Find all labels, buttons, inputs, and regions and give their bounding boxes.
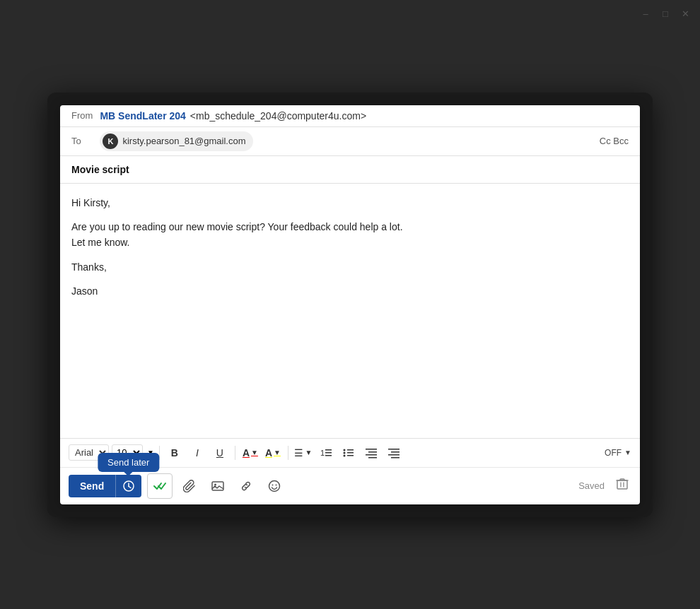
svg-rect-14 (388, 449, 399, 450)
unordered-list-button[interactable] (339, 443, 358, 463)
svg-rect-12 (366, 454, 377, 456)
increase-indent-button[interactable] (384, 443, 404, 463)
link-button[interactable] (235, 475, 257, 497)
off-toggle[interactable]: OFF ▼ (605, 448, 631, 458)
send-later-button[interactable] (115, 475, 141, 497)
email-body[interactable]: Hi Kirsty, Are you up to reading our new… (60, 184, 640, 438)
svg-rect-3 (325, 455, 332, 456)
font-color-button[interactable]: A▼ (240, 443, 260, 463)
svg-point-22 (214, 483, 216, 485)
sep1 (159, 446, 160, 460)
svg-point-6 (343, 454, 345, 456)
svg-rect-11 (368, 451, 377, 453)
highlight-color-button[interactable]: A▼ (263, 443, 283, 463)
body-para2: Thanks, (71, 259, 629, 275)
greeting: Hi Kirsty, (71, 195, 629, 211)
svg-rect-7 (347, 449, 354, 451)
body-para1: Are you up to reading our new movie scri… (71, 219, 629, 251)
svg-rect-16 (388, 454, 399, 456)
recipient-chip[interactable]: K kirsty.pearson_81@gmail.com (100, 131, 252, 151)
send-later-wrapper: Send later (115, 475, 141, 497)
svg-rect-10 (366, 449, 377, 450)
decrease-indent-button[interactable] (361, 443, 381, 463)
font-family-selector[interactable]: Arial (69, 444, 109, 461)
svg-rect-1 (325, 449, 332, 451)
svg-line-20 (129, 486, 131, 487)
action-row: Send Send later (60, 467, 640, 504)
send-button[interactable]: Send (69, 475, 115, 497)
svg-rect-21 (212, 482, 223, 490)
ordered-list-button[interactable]: 1. (316, 443, 336, 463)
svg-rect-8 (347, 452, 354, 454)
cc-bcc-button[interactable]: Cc Bcc (600, 136, 629, 146)
delete-button[interactable] (613, 475, 631, 497)
font-size-arrow: ▼ (147, 449, 154, 456)
italic-button[interactable]: I (187, 443, 207, 463)
svg-rect-2 (325, 452, 332, 454)
svg-point-4 (343, 449, 345, 451)
to-row: To K kirsty.pearson_81@gmail.com Cc Bcc (60, 127, 640, 156)
svg-point-5 (343, 451, 345, 454)
compose-window: From MB SendLater 204 <mb_schedule_204@c… (60, 105, 640, 504)
off-arrow: ▼ (624, 449, 631, 456)
sep3 (288, 446, 288, 460)
underline-button[interactable]: U (210, 443, 230, 463)
window-shadow: From MB SendLater 204 <mb_schedule_204@c… (47, 93, 653, 517)
sep2 (235, 446, 235, 460)
saved-status: Saved (578, 480, 605, 491)
align-button[interactable]: ☰▼ (293, 443, 313, 463)
body-para3: Jason (71, 283, 629, 299)
svg-rect-9 (347, 455, 354, 456)
check-button[interactable] (147, 473, 173, 499)
from-email: <mb_schedule_204@computer4u.com> (190, 110, 366, 122)
recipient-email: kirsty.pearson_81@gmail.com (122, 136, 245, 146)
to-label: To (71, 136, 97, 146)
from-row: From MB SendLater 204 <mb_schedule_204@c… (60, 105, 640, 127)
formatting-toolbar: Arial 10 ▼ B I U A▼ A▼ ☰▼ (60, 438, 640, 467)
font-size-selector[interactable]: 10 (112, 444, 143, 461)
svg-rect-17 (391, 457, 399, 459)
attachment-button[interactable] (178, 475, 201, 497)
svg-rect-26 (617, 480, 627, 489)
from-label: From (71, 110, 97, 121)
subject-text: Movie script (71, 164, 129, 175)
subject-row: Movie script (60, 156, 640, 184)
emoji-button[interactable] (263, 475, 286, 497)
from-name: MB SendLater 204 (100, 110, 185, 122)
avatar: K (103, 134, 118, 149)
send-button-group: Send Send later (69, 475, 141, 497)
svg-rect-15 (391, 451, 399, 453)
bold-button[interactable]: B (165, 443, 185, 463)
svg-rect-13 (368, 457, 377, 459)
svg-point-25 (276, 484, 277, 485)
svg-point-24 (272, 484, 274, 485)
image-button[interactable] (206, 475, 229, 497)
